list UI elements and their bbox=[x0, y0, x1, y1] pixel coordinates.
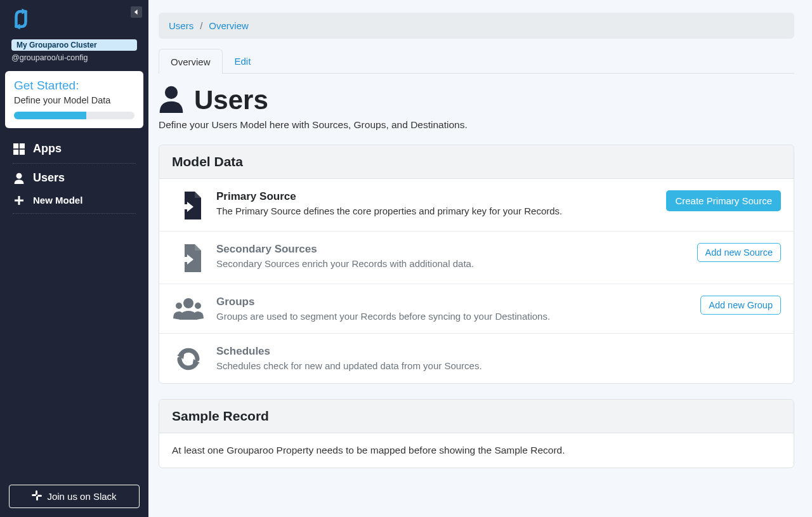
page-title: Users bbox=[194, 85, 268, 115]
get-started-title: Get Started: bbox=[14, 79, 134, 93]
row-title: Schedules bbox=[216, 345, 781, 358]
sidebar-collapse-button[interactable] bbox=[131, 6, 142, 18]
user-icon bbox=[13, 173, 25, 184]
tab-overview[interactable]: Overview bbox=[159, 49, 223, 74]
sidebar-item-apps[interactable]: Apps bbox=[6, 137, 142, 160]
svg-rect-6 bbox=[20, 149, 25, 154]
svg-rect-13 bbox=[37, 495, 42, 497]
row-primary-source: Primary Source The Primary Source define… bbox=[159, 179, 794, 232]
row-desc: Secondary Sources enrich your Records wi… bbox=[216, 258, 686, 269]
get-started-subtitle: Define your Model Data bbox=[14, 95, 134, 105]
grid-icon bbox=[13, 143, 25, 155]
file-import-icon bbox=[172, 190, 205, 219]
svg-rect-4 bbox=[20, 143, 25, 148]
svg-marker-16 bbox=[195, 192, 201, 198]
row-desc: Groups are used to segment your Records … bbox=[216, 311, 689, 322]
row-secondary-sources: Secondary Sources Secondary Sources enri… bbox=[159, 232, 794, 284]
sidebar-item-label: New Model bbox=[33, 195, 82, 206]
sidebar-item-label: Users bbox=[33, 171, 65, 185]
sidebar-item-users[interactable]: Users bbox=[6, 166, 142, 190]
add-new-source-button[interactable]: Add new Source bbox=[697, 243, 781, 262]
nav-divider bbox=[13, 213, 136, 214]
row-desc: The Primary Source defines the core prop… bbox=[216, 206, 655, 216]
cluster-badge[interactable]: My Grouparoo Cluster bbox=[11, 39, 137, 51]
svg-marker-20 bbox=[195, 244, 201, 251]
svg-point-14 bbox=[165, 86, 178, 99]
slack-button-label: Join us on Slack bbox=[47, 491, 116, 502]
svg-rect-12 bbox=[36, 496, 38, 501]
svg-point-25 bbox=[195, 303, 201, 309]
row-title: Groups bbox=[216, 296, 689, 308]
sidebar-item-label: Apps bbox=[33, 142, 62, 155]
breadcrumb: Users / Overview bbox=[159, 13, 794, 39]
sample-record-body: At least one Grouparoo Property needs to… bbox=[159, 433, 794, 468]
row-schedules: Schedules Schedules check for new and up… bbox=[159, 334, 794, 383]
tabs: Overview Edit bbox=[159, 49, 794, 74]
svg-rect-5 bbox=[13, 149, 18, 154]
row-desc: Schedules check for new and updated data… bbox=[216, 360, 781, 371]
row-groups: Groups Groups are used to segment your R… bbox=[159, 284, 794, 334]
sidebar-footer: Join us on Slack bbox=[5, 481, 143, 512]
svg-rect-21 bbox=[176, 257, 187, 262]
sidebar-item-new-model[interactable]: New Model bbox=[6, 190, 142, 211]
get-started-card[interactable]: Get Started: Define your Model Data bbox=[5, 71, 143, 128]
svg-point-7 bbox=[16, 173, 22, 178]
row-title: Secondary Sources bbox=[216, 243, 686, 256]
user-icon bbox=[159, 85, 184, 115]
add-new-group-button[interactable]: Add new Group bbox=[700, 296, 781, 315]
sync-icon bbox=[172, 345, 205, 372]
panel-heading-model-data: Model Data bbox=[159, 145, 794, 179]
package-name: @grouparoo/ui-config bbox=[5, 53, 143, 69]
users-icon bbox=[172, 296, 205, 320]
slack-icon bbox=[32, 490, 42, 502]
model-data-panel: Model Data Primary Source The Primary So… bbox=[159, 145, 794, 384]
svg-rect-10 bbox=[36, 490, 37, 495]
svg-rect-3 bbox=[13, 143, 18, 148]
svg-point-23 bbox=[183, 298, 193, 308]
breadcrumb-separator: / bbox=[200, 20, 202, 31]
svg-marker-0 bbox=[134, 10, 138, 15]
svg-point-24 bbox=[176, 303, 182, 309]
breadcrumb-overview[interactable]: Overview bbox=[209, 20, 249, 31]
join-slack-button[interactable]: Join us on Slack bbox=[9, 485, 140, 508]
svg-rect-17 bbox=[176, 204, 187, 209]
get-started-progress bbox=[14, 112, 134, 119]
sidebar: My Grouparoo Cluster @grouparoo/ui-confi… bbox=[0, 0, 148, 517]
file-import-icon bbox=[172, 243, 205, 272]
plus-icon bbox=[13, 196, 25, 205]
svg-rect-11 bbox=[32, 494, 36, 496]
progress-bar-fill bbox=[14, 112, 86, 119]
sample-record-panel: Sample Record At least one Grouparoo Pro… bbox=[159, 399, 794, 468]
svg-rect-9 bbox=[15, 199, 23, 201]
create-primary-source-button[interactable]: Create Primary Source bbox=[666, 190, 781, 211]
tab-edit[interactable]: Edit bbox=[223, 49, 263, 73]
sidebar-nav: Apps Users New Model bbox=[5, 137, 143, 216]
row-title: Primary Source bbox=[216, 190, 655, 203]
breadcrumb-users[interactable]: Users bbox=[169, 20, 193, 31]
page-title-row: Users bbox=[159, 85, 794, 115]
panel-heading-sample-record: Sample Record bbox=[159, 400, 794, 433]
nav-divider bbox=[13, 163, 136, 164]
brand-logo[interactable] bbox=[5, 5, 143, 39]
main-content: Users / Overview Overview Edit Users Def… bbox=[148, 0, 812, 517]
page-description: Define your Users Model here with Source… bbox=[159, 119, 794, 131]
